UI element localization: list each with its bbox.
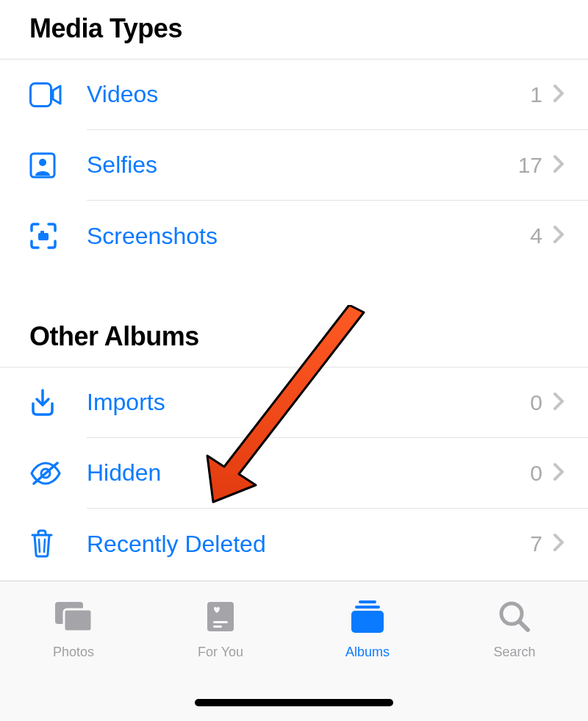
tab-for-you-label: For You bbox=[198, 645, 243, 660]
row-imports[interactable]: Imports 0 bbox=[0, 367, 588, 438]
row-screenshots-label: Screenshots bbox=[87, 223, 530, 250]
chevron-right-icon bbox=[553, 154, 564, 176]
row-recently-deleted-label: Recently Deleted bbox=[87, 531, 530, 558]
row-videos-label: Videos bbox=[87, 81, 530, 108]
for-you-tab-icon bbox=[203, 599, 238, 637]
chevron-right-icon bbox=[553, 84, 564, 106]
screenshot-icon bbox=[0, 222, 87, 250]
svg-rect-13 bbox=[213, 625, 222, 628]
section-title-other-albums: Other Albums bbox=[0, 308, 588, 367]
svg-rect-14 bbox=[359, 600, 376, 603]
video-icon bbox=[0, 82, 87, 107]
chevron-right-icon bbox=[553, 225, 564, 247]
row-hidden-label: Hidden bbox=[87, 459, 530, 487]
tab-bar: Photos For You Albums bbox=[0, 581, 588, 721]
photos-tab-icon bbox=[52, 599, 95, 637]
svg-line-18 bbox=[520, 622, 528, 630]
svg-rect-0 bbox=[31, 84, 51, 107]
home-indicator[interactable] bbox=[195, 699, 393, 706]
row-recently-deleted-count: 7 bbox=[530, 531, 542, 556]
section-other-albums: Other Albums Imports 0 bbox=[0, 308, 588, 579]
svg-rect-15 bbox=[355, 606, 380, 609]
tab-photos[interactable]: Photos bbox=[0, 599, 147, 721]
row-imports-label: Imports bbox=[87, 389, 530, 416]
row-hidden-count: 0 bbox=[530, 461, 542, 486]
tab-search-label: Search bbox=[493, 645, 535, 660]
import-icon bbox=[0, 389, 87, 417]
hidden-eye-slash-icon bbox=[0, 462, 87, 485]
albums-tab-icon bbox=[348, 599, 387, 637]
row-selfies[interactable]: Selfies 17 bbox=[0, 130, 588, 201]
row-hidden[interactable]: Hidden 0 bbox=[0, 438, 588, 509]
tab-albums-label: Albums bbox=[345, 645, 390, 660]
trash-icon bbox=[0, 529, 87, 559]
svg-line-8 bbox=[44, 539, 45, 552]
row-selfies-count: 17 bbox=[518, 153, 542, 178]
row-screenshots-count: 4 bbox=[530, 223, 542, 248]
row-selfies-label: Selfies bbox=[87, 151, 518, 179]
chevron-right-icon bbox=[553, 462, 564, 484]
svg-rect-16 bbox=[351, 611, 384, 633]
svg-rect-10 bbox=[64, 609, 92, 631]
tab-search[interactable]: Search bbox=[441, 599, 588, 721]
section-media-types: Media Types Videos 1 S bbox=[0, 0, 588, 271]
row-videos-count: 1 bbox=[530, 82, 542, 107]
row-recently-deleted[interactable]: Recently Deleted 7 bbox=[0, 509, 588, 579]
row-imports-count: 0 bbox=[530, 390, 542, 415]
svg-point-2 bbox=[39, 159, 46, 166]
svg-rect-4 bbox=[40, 231, 44, 234]
search-tab-icon bbox=[497, 599, 532, 637]
tab-photos-label: Photos bbox=[53, 645, 94, 660]
svg-rect-3 bbox=[38, 233, 49, 240]
chevron-right-icon bbox=[553, 533, 564, 555]
chevron-right-icon bbox=[553, 392, 564, 414]
section-title-media-types: Media Types bbox=[0, 0, 588, 60]
row-videos[interactable]: Videos 1 bbox=[0, 60, 588, 130]
svg-rect-12 bbox=[213, 621, 228, 623]
selfie-icon bbox=[0, 152, 87, 179]
row-screenshots[interactable]: Screenshots 4 bbox=[0, 201, 588, 271]
svg-line-7 bbox=[39, 539, 40, 552]
